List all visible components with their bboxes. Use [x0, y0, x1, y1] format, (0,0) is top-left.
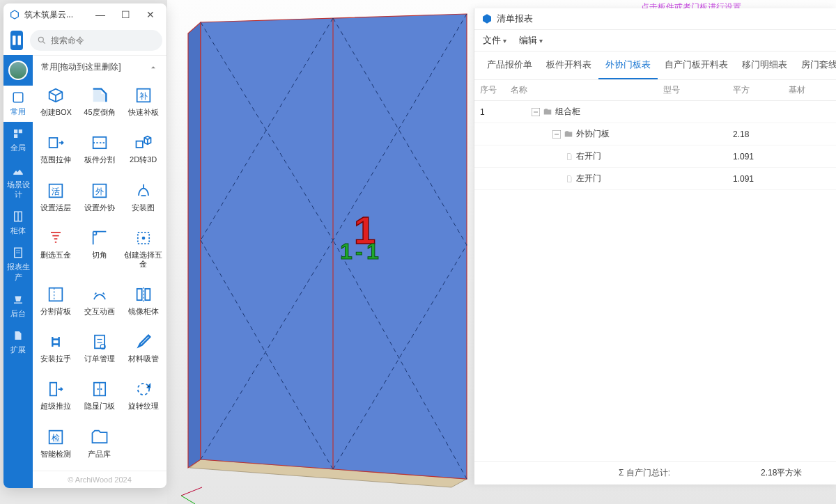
- header-row: [3, 26, 167, 55]
- tool-animation[interactable]: 交互动画: [78, 281, 122, 326]
- left-tab-common[interactable]: 常用: [3, 86, 33, 122]
- left-tabs: 常用 全局 场景设计 柜体 报表生产 后台 扩展: [3, 55, 33, 488]
- tool-quick-fill[interactable]: 补快速补板: [121, 81, 165, 127]
- svg-rect-39: [49, 288, 63, 301]
- svg-rect-44: [95, 336, 104, 349]
- tool-2d-3d[interactable]: 2D转3D: [121, 129, 165, 175]
- tool-library[interactable]: 产品库: [78, 423, 122, 469]
- avatar[interactable]: [8, 61, 28, 80]
- left-tab-back[interactable]: 后台: [3, 288, 33, 324]
- left-tab-global[interactable]: 全局: [3, 122, 33, 158]
- tool-outsource[interactable]: 外设置外协: [78, 177, 122, 223]
- tool-active-layer[interactable]: 活设置活层: [34, 177, 78, 223]
- folder-icon: [564, 129, 573, 139]
- tool-install-handle[interactable]: 安装拉手: [34, 328, 78, 374]
- report-footer: Σ 自产门总计: 2.18平方米: [474, 461, 836, 485]
- folder-icon: [543, 107, 552, 117]
- tab-quote[interactable]: 产品报价单: [480, 52, 539, 79]
- svg-rect-48: [50, 383, 56, 396]
- svg-point-52: [100, 388, 102, 390]
- group-title: 常用[拖动到这里删除]: [41, 61, 121, 73]
- table-row[interactable]: 右开门 1.091: [474, 145, 836, 168]
- tab-cutting[interactable]: 板件开料表: [539, 52, 598, 79]
- window-title: 筑木筑巢云...: [24, 9, 86, 21]
- table-header: 序号 名称 型号 平方 基材: [474, 80, 836, 101]
- svg-text:活: 活: [52, 186, 60, 195]
- maximize-button[interactable]: ☐: [115, 6, 136, 23]
- table-row[interactable]: 外协门板 2.18: [474, 123, 836, 145]
- svg-point-53: [137, 384, 148, 395]
- svg-rect-14: [13, 36, 16, 45]
- report-table[interactable]: 序号 名称 型号 平方 基材 1 组合柜 外协门板 2.18 右开门 1.091…: [474, 80, 836, 461]
- left-tab-extend[interactable]: 扩展: [3, 324, 33, 360]
- app-logo-icon: [9, 9, 20, 20]
- left-tab-cabinet[interactable]: 柜体: [3, 205, 33, 241]
- tool-pushpull[interactable]: 超级推拉: [34, 375, 78, 421]
- tab-sliding[interactable]: 移门明细表: [735, 52, 794, 79]
- tool-create-box[interactable]: 创建BOX: [34, 81, 78, 127]
- footer-text: © ArchiWood 2024: [33, 471, 167, 488]
- svg-text:检: 检: [52, 432, 60, 441]
- tab-doorframe[interactable]: 房门套线明: [794, 52, 836, 79]
- group-header[interactable]: 常用[拖动到这里删除]: [33, 55, 167, 79]
- menu-edit[interactable]: 编辑: [519, 34, 543, 47]
- titlebar[interactable]: 筑木筑巢云... — ☐ ✕: [3, 3, 167, 26]
- search-input[interactable]: [51, 36, 155, 45]
- report-title: 清单报表: [497, 13, 533, 25]
- sum-label: Σ 自产门总计:: [511, 467, 691, 479]
- collapse-icon[interactable]: [552, 130, 561, 139]
- svg-rect-15: [18, 36, 22, 45]
- col-base: 基材: [789, 84, 830, 96]
- svg-rect-29: [49, 138, 58, 148]
- col-name: 名称: [511, 84, 663, 96]
- report-title-bar[interactable]: 清单报表: [474, 8, 836, 30]
- tool-chamfer[interactable]: 45度倒角: [78, 81, 122, 127]
- collapse-icon[interactable]: [532, 108, 540, 116]
- chevron-up-icon: [148, 63, 158, 72]
- tool-create-hardware[interactable]: 创建选择五金: [121, 224, 165, 279]
- search-box[interactable]: [30, 30, 162, 51]
- left-tab-scene[interactable]: 场景设计: [3, 159, 33, 205]
- tool-rotate-texture[interactable]: 旋转纹理: [121, 375, 165, 421]
- tool-install-drawing[interactable]: 安装图: [121, 177, 165, 223]
- file-icon: [565, 174, 573, 184]
- svg-text:外: 外: [95, 186, 104, 195]
- svg-line-13: [181, 496, 195, 504]
- minimize-button[interactable]: —: [90, 6, 111, 23]
- tool-check[interactable]: 检智能检测: [34, 423, 78, 469]
- left-tab-report[interactable]: 报表生产: [3, 241, 33, 288]
- report-tabs: 产品报价单 板件开料表 外协门板表 自产门板开料表 移门明细表 房门套线明: [474, 52, 836, 80]
- tool-filter-hardware[interactable]: 删选五金: [34, 224, 78, 279]
- tool-cut-corner[interactable]: 切角: [78, 224, 122, 279]
- svg-rect-19: [14, 129, 17, 133]
- tool-order[interactable]: 订单管理: [78, 328, 122, 374]
- tab-self-door[interactable]: 自产门板开料表: [658, 52, 735, 79]
- tool-mirror[interactable]: 镜像柜体: [121, 281, 165, 326]
- svg-point-38: [141, 237, 145, 240]
- table-row[interactable]: 1 组合柜: [474, 101, 836, 123]
- svg-marker-1: [188, 22, 201, 468]
- col-seq: 序号: [480, 84, 511, 96]
- svg-rect-41: [137, 289, 141, 300]
- report-logo-icon: [481, 13, 493, 24]
- tool-split-back[interactable]: 分割背板: [34, 281, 78, 326]
- tab-outsource-door[interactable]: 外协门板表: [598, 52, 658, 79]
- svg-line-17: [43, 42, 45, 44]
- brand-badge[interactable]: [10, 31, 23, 50]
- report-panel: 清单报表 文件 编辑 产品报价单 板件开料表 外协门板表 自产门板开料表 移门明…: [474, 8, 836, 485]
- menu-file[interactable]: 文件: [483, 34, 506, 47]
- label-left: 1: [340, 239, 353, 264]
- tool-grid: 创建BOX 45度倒角 补快速补板 范围拉伸 板件分割 2D转3D 活设置活层 …: [33, 79, 167, 471]
- table-row[interactable]: 左开门 1.091: [474, 168, 836, 190]
- tool-split[interactable]: 板件分割: [78, 129, 122, 175]
- tool-toggle-door[interactable]: 隐显门板: [78, 375, 122, 421]
- tool-material-picker[interactable]: 材料吸管: [121, 328, 165, 374]
- brand-icon: [10, 34, 23, 47]
- report-menu: 文件 编辑: [474, 30, 836, 52]
- svg-point-51: [97, 388, 98, 390]
- tool-range-stretch[interactable]: 范围拉伸: [34, 129, 78, 175]
- close-button[interactable]: ✕: [140, 6, 161, 23]
- col-model: 型号: [663, 84, 733, 96]
- search-icon: [37, 36, 47, 45]
- svg-rect-32: [136, 141, 142, 148]
